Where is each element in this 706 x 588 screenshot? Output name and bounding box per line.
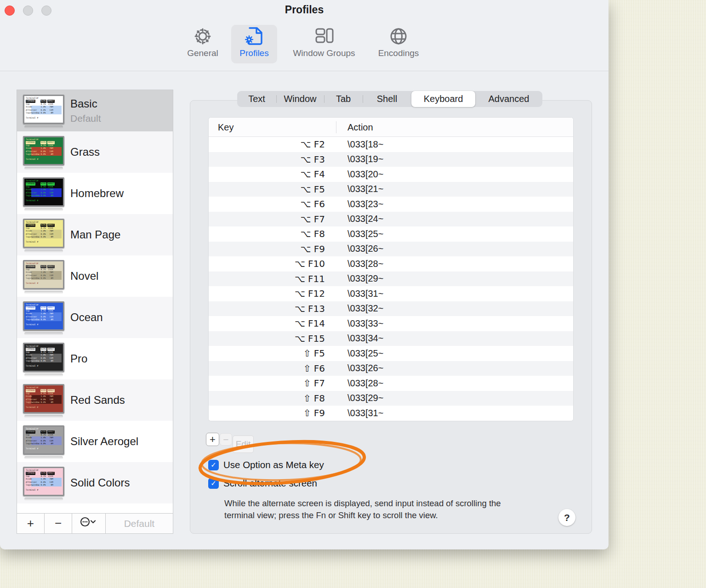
table-row[interactable]: ⌥ F15\033[34~	[209, 331, 573, 346]
action-cell: \033[21~	[336, 184, 383, 194]
key-cell: ⌥ F13	[209, 303, 336, 314]
table-row[interactable]: ⌥ F5\033[21~	[209, 182, 573, 197]
thumbnail-reflection	[24, 332, 63, 335]
table-row[interactable]: ⌥ F13\033[32~	[209, 301, 573, 317]
toolbar-label-encodings: Encodings	[378, 48, 419, 58]
toolbar-label-general: General	[187, 48, 218, 58]
table-row[interactable]: ⌥ F4\033[20~	[209, 167, 573, 182]
tab-advanced[interactable]: Advanced	[475, 91, 542, 107]
window-title: Profiles	[0, 4, 609, 16]
table-row[interactable]: ⌥ F10\033[28~	[209, 256, 573, 271]
table-row[interactable]: ⌥ F14\033[33~	[209, 316, 573, 331]
table-row[interactable]: ⌥ F9\033[26~	[209, 242, 573, 257]
table-row[interactable]: ⇧ F9\033[31~	[209, 406, 573, 421]
action-cell: \033[25~	[336, 348, 383, 359]
profile-item[interactable]: Terminal1#COMMAND %CPU RPRVTtop 4.1% 231…	[17, 338, 173, 379]
key-cell: ⌥ F9	[209, 243, 336, 254]
toolbar-item-encodings[interactable]: Encodings	[370, 25, 427, 63]
profile-subtitle: Default	[70, 113, 101, 124]
table-row[interactable]: ⌥ F8\033[25~	[209, 226, 573, 242]
remove-key-button[interactable]: −	[220, 433, 232, 446]
table-row[interactable]: ⇧ F8\033[29~	[209, 391, 573, 406]
profile-item[interactable]: Terminal1#COMMAND %CPU RPRVTtop 4.1% 231…	[17, 131, 173, 173]
profile-tabs: TextWindowTabShellKeyboardAdvanced	[237, 91, 542, 107]
toolbar-item-general[interactable]: General	[183, 25, 222, 63]
more-options-button[interactable]	[72, 514, 106, 533]
tab-window[interactable]: Window	[276, 91, 324, 107]
thumbnail-reflection	[24, 125, 63, 129]
table-row[interactable]: ⌥ F7\033[24~	[209, 212, 573, 227]
segment-separator	[363, 95, 363, 103]
profile-thumbnail: Terminal1#COMMAND %CPU RPRVTtop 4.1% 231…	[23, 467, 64, 496]
table-row[interactable]: ⌥ F6\033[23~	[209, 197, 573, 212]
column-divider	[336, 121, 336, 133]
key-cell: ⌥ F12	[209, 288, 336, 299]
profile-items: Terminal1#COMMAND %CPU RPRVTtop 4.1% 231…	[17, 90, 173, 514]
table-row[interactable]: ⌥ F12\033[31~	[209, 286, 573, 301]
profile-thumbnail: Terminal1#COMMAND %CPU RPRVTtop 4.1% 231…	[23, 260, 64, 289]
profile-thumbnail: Terminal1#COMMAND %CPU RPRVTtop 4.1% 231…	[23, 384, 64, 413]
add-profile-button[interactable]: +	[17, 514, 45, 533]
profile-item[interactable]: Terminal1#COMMAND %CPU RPRVTtop 4.1% 231…	[17, 90, 173, 131]
tab-keyboard[interactable]: Keyboard	[411, 91, 475, 107]
action-cell: \033[28~	[336, 378, 383, 389]
remove-profile-button[interactable]: −	[45, 514, 73, 533]
checkbox-scroll-alternate-screen[interactable]: ✓	[208, 478, 219, 489]
add-key-button[interactable]: +	[206, 433, 219, 446]
tab-label: Text	[248, 94, 265, 104]
tab-shell[interactable]: Shell	[363, 91, 411, 107]
option-label: Scroll alternate screen	[223, 478, 317, 489]
profile-thumbnail: Terminal1#COMMAND %CPU RPRVTtop 4.1% 231…	[23, 425, 64, 455]
profile-item[interactable]: Terminal1#COMMAND %CPU RPRVTtop 4.1% 231…	[17, 379, 173, 421]
action-cell: \033[29~	[336, 273, 383, 284]
default-button[interactable]: Default	[106, 514, 173, 533]
desktop: { "window": { "title": "Profiles" }, "to…	[0, 0, 706, 588]
toolbar-item-window-groups[interactable]: Window Groups	[285, 25, 363, 63]
help-button[interactable]: ?	[558, 509, 575, 526]
profile-list: Terminal1#COMMAND %CPU RPRVTtop 4.1% 231…	[17, 90, 173, 534]
profile-item[interactable]: Terminal1#COMMAND %CPU RPRVTtop 4.1% 231…	[17, 421, 173, 462]
profile-item[interactable]: Terminal1#COMMAND %CPU RPRVTtop 4.1% 231…	[17, 255, 173, 297]
column-header-key: Key	[218, 122, 233, 132]
action-cell: \033[26~	[336, 243, 383, 254]
key-cell: ⇧ F7	[209, 378, 336, 389]
table-row[interactable]: ⇧ F5\033[25~	[209, 346, 573, 361]
gear-icon	[192, 25, 213, 48]
option-row: ✓Scroll alternate screen	[208, 478, 317, 489]
edit-key-button[interactable]: Edit	[233, 435, 254, 453]
table-row[interactable]: ⌥ F11\033[29~	[209, 271, 573, 287]
key-cell: ⌥ F10	[209, 258, 336, 269]
profile-thumbnail: Terminal1#COMMAND %CPU RPRVTtop 4.1% 231…	[23, 95, 64, 124]
toolbar-item-profiles[interactable]: Profiles	[231, 25, 277, 63]
table-row[interactable]: ⇧ F6\033[26~	[209, 361, 573, 376]
profile-name: Man Page	[70, 228, 120, 241]
profile-item[interactable]: Terminal1#COMMAND %CPU RPRVTtop 4.1% 231…	[17, 214, 173, 255]
profile-thumbnail: Terminal1#COMMAND %CPU RPRVTtop 4.1% 231…	[23, 301, 64, 331]
key-cell: ⌥ F4	[209, 169, 336, 180]
tab-text[interactable]: Text	[237, 91, 276, 107]
key-cell: ⇧ F9	[209, 407, 336, 418]
profile-item[interactable]: Terminal1#COMMAND %CPU RPRVTtop 4.1% 231…	[17, 297, 173, 338]
checkbox-use-option-as-meta-key[interactable]: ✓	[208, 460, 219, 470]
profile-name: Pro	[70, 352, 87, 365]
profile-name: Grass	[70, 146, 100, 158]
tab-label: Shell	[377, 94, 397, 104]
profile-item[interactable]: Terminal1#COMMAND %CPU RPRVTtop 4.1% 231…	[17, 173, 173, 214]
thumbnail-reflection	[24, 415, 63, 418]
tab-label: Window	[284, 94, 316, 104]
toolbar-label-window-groups: Window Groups	[293, 48, 355, 58]
table-row[interactable]: ⌥ F2\033[18~	[209, 137, 573, 152]
thumbnail-reflection	[24, 373, 63, 377]
profile-name: Solid Colors	[70, 476, 130, 489]
profile-thumbnail: Terminal1#COMMAND %CPU RPRVTtop 4.1% 231…	[23, 343, 64, 372]
table-row[interactable]: ⇧ F7\033[28~	[209, 376, 573, 391]
key-cell: ⌥ F3	[209, 154, 336, 165]
tab-tab[interactable]: Tab	[324, 91, 363, 107]
table-row[interactable]: ⌥ F3\033[19~	[209, 152, 573, 167]
profile-name: Silver Aerogel	[70, 435, 138, 448]
action-cell: \033[20~	[336, 169, 383, 180]
profile-list-footer: + − Default	[17, 513, 173, 533]
profile-item[interactable]: Terminal1#COMMAND %CPU RPRVTtop 4.1% 231…	[17, 462, 173, 503]
profile-thumbnail: Terminal1#COMMAND %CPU RPRVTtop 4.1% 231…	[23, 136, 64, 165]
window-groups-icon	[313, 25, 336, 48]
